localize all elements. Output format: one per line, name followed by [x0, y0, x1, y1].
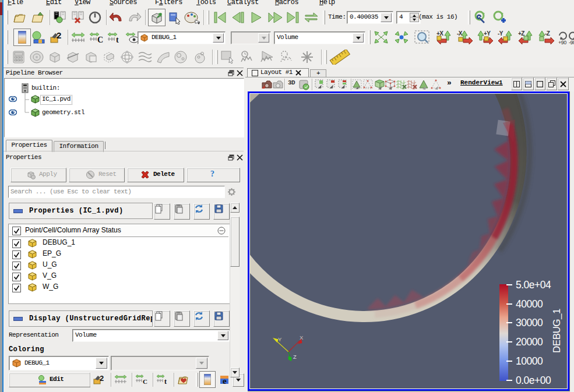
svg-text:-Z: -Z — [545, 30, 550, 37]
svg-text:10000: 10000 — [516, 355, 543, 367]
svg-text:40000: 40000 — [516, 298, 543, 310]
svg-text:DEBUG_1: DEBUG_1 — [551, 309, 562, 353]
svg-text:Z: Z — [293, 354, 297, 360]
svg-text:2: 2 — [57, 30, 61, 40]
svg-text:+X: +X — [436, 30, 443, 37]
svg-text:5.0e+04: 5.0e+04 — [516, 279, 551, 291]
svg-text:C: C — [97, 36, 103, 44]
svg-text:-Y: -Y — [498, 30, 503, 37]
svg-text:+Y: +Y — [484, 30, 491, 37]
svg-text:-90: -90 — [569, 40, 574, 45]
svg-text:0.0e+00: 0.0e+00 — [516, 375, 551, 386]
svg-text:t: t — [164, 377, 167, 386]
svg-text:20000: 20000 — [516, 336, 543, 348]
svg-text:C: C — [143, 378, 147, 385]
svg-text:+Z: +Z — [518, 30, 524, 37]
svg-text:30000: 30000 — [516, 317, 543, 329]
svg-text:e: e — [223, 376, 227, 386]
svg-text:+90: +90 — [558, 40, 566, 45]
svg-text:t: t — [116, 36, 119, 44]
svg-text:2: 2 — [100, 374, 104, 383]
